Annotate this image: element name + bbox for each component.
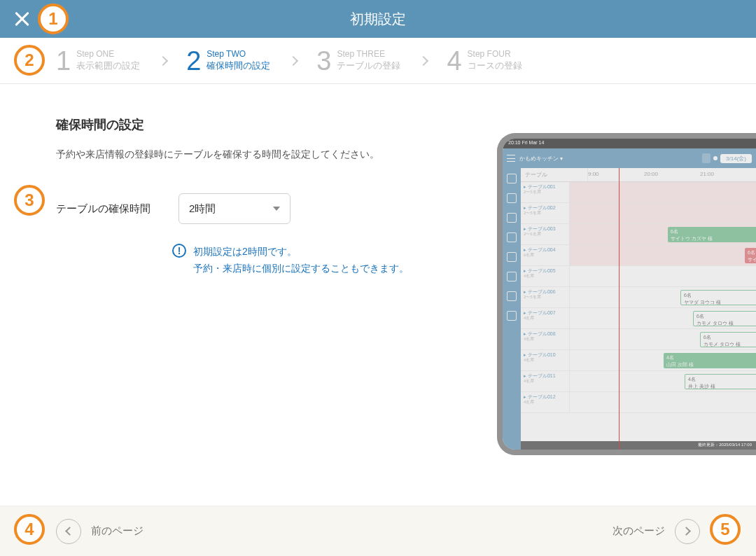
next-page-label: 次のページ xyxy=(612,524,665,538)
reservation-block: 6名カモメ タロウ 様 xyxy=(700,332,756,347)
step-1-ja: 表示範囲の設定 xyxy=(76,60,140,72)
preview-row-area xyxy=(570,392,756,412)
step-2[interactable]: 2 Step TWO 確保時間の設定 xyxy=(186,48,270,74)
preview-screen: 20:10 Fri Mar 14 かもめキッチン ▾ 3/14(金) xyxy=(503,139,756,450)
menu-icon xyxy=(507,155,515,162)
preview-table-row: ▸ テーブル0022〜5名席 xyxy=(521,203,756,224)
preview-table-row: ▸ テーブル0046名席6名サイトウ 夕 xyxy=(521,245,756,266)
preview-row-area xyxy=(570,182,756,202)
list-icon xyxy=(507,291,517,301)
preview-table-row: ▸ テーブル0114名席4名井上 美沙 様 xyxy=(521,371,756,392)
chevron-right-icon xyxy=(419,55,428,65)
sliders-icon xyxy=(507,213,517,223)
preview-row-label: ▸ テーブル0104名席 xyxy=(521,350,570,370)
hold-time-select[interactable]: 2時間 xyxy=(178,193,290,224)
hold-time-label: テーブルの確保時間 xyxy=(56,202,150,216)
preview-row-label: ▸ テーブル0074名席 xyxy=(521,308,570,328)
preview-row-area: 4名井上 美沙 様 xyxy=(570,371,756,391)
preview-row-area xyxy=(570,266,756,286)
clock-icon xyxy=(507,311,517,321)
header-bar: 初期設定 xyxy=(0,0,756,38)
arrow-left-circle-icon xyxy=(56,519,81,544)
step-3-en: Step THREE xyxy=(337,49,400,60)
page-heading: 確保時間の設定 xyxy=(56,116,756,133)
preview-row-label: ▸ テーブル0022〜5名席 xyxy=(521,203,570,223)
info-line-1: 初期設定は2時間です。 xyxy=(193,244,409,260)
step-2-en: Step TWO xyxy=(206,49,270,60)
preview-row-label: ▸ テーブル0124名席 xyxy=(521,392,570,412)
mail-icon xyxy=(507,193,517,203)
preview-row-area xyxy=(570,203,756,223)
step-1-en: Step ONE xyxy=(76,49,140,60)
preview-table-row: ▸ テーブル0012〜5名席 xyxy=(521,182,756,203)
preview-row-label: ▸ テーブル0046名席 xyxy=(521,245,570,265)
preview-row-area: 6名サイトウ 夕 xyxy=(570,245,756,265)
dot-icon xyxy=(713,156,718,160)
chevron-right-icon xyxy=(288,55,298,65)
step-bar: 1 Step ONE 表示範囲の設定 2 Step TWO 確保時間の設定 3 … xyxy=(0,38,756,84)
gate-icon xyxy=(507,252,517,262)
preview-row-label: ▸ テーブル0032〜6名席 xyxy=(521,224,570,244)
preview-time-2: 21:00 xyxy=(700,168,756,181)
chevron-right-icon xyxy=(158,55,168,65)
annotation-badge-3: 3 xyxy=(14,185,45,216)
preview-time-0: 9:00 xyxy=(588,168,644,181)
footer-bar: 前のページ 次のページ xyxy=(0,506,756,556)
info-line-2: 予約・来店時に個別に設定することもできます。 xyxy=(193,260,409,277)
preview-shop-name: かもめキッチン ▾ xyxy=(519,155,563,162)
preview-row-area: 6名サイトウ カズヤ 様 xyxy=(570,224,756,244)
preview-time-1: 20:00 xyxy=(644,168,700,181)
step-1[interactable]: 1 Step ONE 表示範囲の設定 xyxy=(56,48,140,74)
step-3[interactable]: 3 Step THREE テーブルの登録 xyxy=(316,48,400,74)
step-4[interactable]: 4 Step FOUR コースの登録 xyxy=(447,48,522,74)
preview-sidebar xyxy=(503,168,521,450)
step-3-ja: テーブルの登録 xyxy=(337,60,400,72)
header-title: 初期設定 xyxy=(0,10,756,29)
reservation-block: 6名カモメ タロウ 様 xyxy=(693,311,756,326)
preview-table-row: ▸ テーブル0124名席 xyxy=(521,392,756,413)
annotation-badge-1: 1 xyxy=(38,4,69,34)
preview-row-label: ▸ テーブル0054名席 xyxy=(521,266,570,286)
preview-table-row: ▸ テーブル0062〜5名席6名ヤマダ ヨウコ 様 xyxy=(521,287,756,308)
preview-row-label: ▸ テーブル0114名席 xyxy=(521,371,570,391)
preview-table-row: ▸ テーブル0074名席6名カモメ タロウ 様 xyxy=(521,308,756,329)
preview-status-bar: 20:10 Fri Mar 14 xyxy=(503,139,756,148)
info-icon: ! xyxy=(172,244,186,258)
annotation-badge-2: 2 xyxy=(14,45,45,76)
preview-row-area: 6名ヤマダ ヨウコ 様 xyxy=(570,287,756,307)
next-page-button[interactable]: 次のページ xyxy=(612,519,700,544)
preview-footer: 最終更新：2025/03/14 17:00 xyxy=(521,441,756,450)
annotation-badge-4: 4 xyxy=(14,514,45,545)
clipboard-icon xyxy=(507,232,517,242)
layers-icon xyxy=(507,272,517,282)
reservation-block: 6名サイトウ 夕 xyxy=(745,248,756,263)
preview-col-table: テーブル xyxy=(521,168,588,181)
step-4-ja: コースの登録 xyxy=(468,60,522,72)
now-line xyxy=(619,168,620,450)
prev-page-label: 前のページ xyxy=(91,524,144,538)
preview-row-label: ▸ テーブル0062〜5名席 xyxy=(521,287,570,307)
step-4-en: Step FOUR xyxy=(468,49,522,60)
caret-down-icon xyxy=(273,207,280,211)
preview-row-area: 4名山田 次郎 様 xyxy=(570,350,756,370)
prev-page-button[interactable]: 前のページ xyxy=(56,519,144,544)
reservation-block: 4名井上 美沙 様 xyxy=(685,374,756,389)
reservation-block: 4名山田 次郎 様 xyxy=(664,353,756,368)
preview-date: 3/14(金) xyxy=(720,154,752,163)
preview-row-label: ▸ テーブル0084名席 xyxy=(521,329,570,349)
preview-table-row: ▸ テーブル0032〜6名席6名サイトウ カズヤ 様 xyxy=(521,224,756,245)
annotation-badge-5: 5 xyxy=(710,514,741,545)
step-2-ja: 確保時間の設定 xyxy=(206,60,270,72)
reservation-block: 6名ヤマダ ヨウコ 様 xyxy=(680,290,756,305)
prev-date-icon xyxy=(702,153,710,163)
preview-row-area: 6名カモメ タロウ 様 xyxy=(570,308,756,328)
arrow-right-circle-icon xyxy=(675,519,700,544)
preview-table-row: ▸ テーブル0054名席 xyxy=(521,266,756,287)
home-icon xyxy=(507,174,517,183)
hold-time-value: 2時間 xyxy=(189,202,216,216)
preview-table-row: ▸ テーブル0084名席6名カモメ タロウ 様 xyxy=(521,329,756,350)
preview-row-label: ▸ テーブル0012〜5名席 xyxy=(521,182,570,202)
preview-top-bar: かもめキッチン ▾ 3/14(金) xyxy=(503,148,756,168)
close-icon[interactable] xyxy=(13,10,31,28)
preview-row-area: 6名カモメ タロウ 様 xyxy=(570,329,756,349)
